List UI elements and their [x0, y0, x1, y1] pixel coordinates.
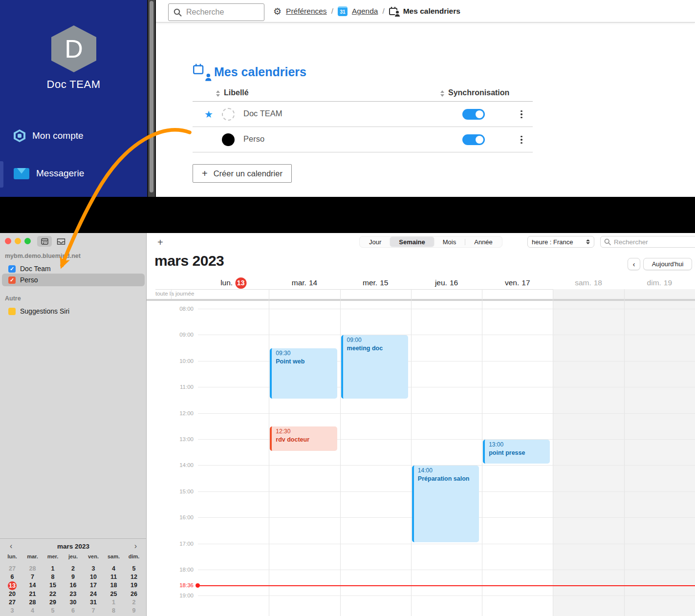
mini-date-cell[interactable]: 30: [67, 598, 79, 606]
timezone-select[interactable]: heure : France: [527, 236, 594, 248]
column-synchronisation[interactable]: Synchronisation: [448, 88, 509, 97]
zoom-button[interactable]: [24, 238, 31, 244]
sync-toggle[interactable]: [462, 109, 485, 120]
mini-date-cell[interactable]: 3: [87, 565, 99, 573]
previous-week-button[interactable]: ‹: [628, 258, 640, 270]
search-placeholder: Rechercher: [614, 238, 648, 246]
calendar-checkbox[interactable]: ✓: [8, 265, 16, 273]
calendar-search-input[interactable]: Rechercher: [600, 236, 695, 248]
mini-date-cell[interactable]: 13: [8, 581, 17, 590]
segment-mois[interactable]: Mois: [434, 237, 465, 247]
breadcrumb-preferences-link[interactable]: Préférences: [286, 7, 327, 16]
mini-date-cell[interactable]: 4: [108, 565, 120, 573]
event-rdv-docteur[interactable]: 12:30rdv docteur: [270, 426, 337, 450]
mini-date-cell[interactable]: 9: [128, 607, 140, 615]
create-calendar-button[interactable]: + Créer un calendrier: [193, 164, 292, 183]
sidebar-item-mon-compte[interactable]: Mon compte: [0, 125, 147, 147]
mini-date-cell[interactable]: 20: [6, 590, 18, 598]
team-logo-letter: D: [65, 36, 83, 62]
mini-date-cell[interactable]: 5: [128, 565, 140, 573]
mini-date-cell[interactable]: 2: [67, 565, 79, 573]
mini-date-cell[interactable]: 18: [108, 581, 120, 590]
mini-date-cell[interactable]: 10: [87, 573, 99, 581]
mini-date-cell[interactable]: 12: [128, 573, 140, 581]
mini-date-cell[interactable]: 15: [47, 581, 59, 590]
calendar-view-button[interactable]: [37, 236, 52, 247]
event-meeting-doc[interactable]: 09:00meeting doc: [341, 335, 408, 399]
hour-gridline: [198, 335, 695, 335]
inbox-tray-icon[interactable]: [54, 236, 68, 247]
mini-date-cell[interactable]: 8: [47, 573, 59, 581]
column-libelle[interactable]: Libellé: [224, 88, 249, 97]
mini-date-cell[interactable]: 16: [67, 581, 79, 590]
breadcrumb-agenda-link[interactable]: Agenda: [352, 7, 378, 16]
mini-date-cell[interactable]: 22: [47, 590, 59, 598]
mini-date-cell[interactable]: 26: [128, 590, 140, 598]
mini-date-cell[interactable]: 3: [6, 607, 18, 615]
mini-date-cell[interactable]: 8: [108, 607, 120, 615]
toggle-knob: [476, 136, 483, 144]
mini-date-cell[interactable]: 25: [108, 590, 120, 598]
star-icon[interactable]: ★: [204, 108, 213, 120]
today-button[interactable]: Aujourd'hui: [643, 258, 692, 270]
mini-date-cell[interactable]: 17: [87, 581, 99, 590]
calendar-checkbox[interactable]: [8, 308, 16, 315]
day-number: 19: [664, 278, 672, 287]
sidebar-calendar-perso[interactable]: ✓Perso: [2, 274, 145, 286]
mini-date-cell[interactable]: 14: [27, 581, 39, 590]
mini-date-cell[interactable]: 1: [47, 565, 59, 573]
kebab-menu-icon[interactable]: [517, 133, 526, 147]
mini-date-cell[interactable]: 6: [67, 607, 79, 615]
mini-date-cell[interactable]: 23: [67, 590, 79, 598]
mini-date-cell[interactable]: 4: [27, 607, 39, 615]
mini-date-cell[interactable]: 28: [27, 598, 39, 606]
minimize-button[interactable]: [15, 238, 21, 244]
kebab-menu-icon[interactable]: [517, 107, 526, 121]
search-input[interactable]: Recherche: [168, 3, 264, 21]
divider: [147, 299, 695, 301]
event-point-web[interactable]: 09:30Point web: [270, 348, 337, 399]
segment-jour[interactable]: Jour: [360, 237, 390, 247]
add-event-button[interactable]: +: [157, 237, 163, 248]
event-point-presse[interactable]: 13:00point presse: [483, 440, 550, 464]
calendar-checkbox[interactable]: ✓: [8, 276, 16, 284]
close-button[interactable]: [5, 238, 11, 244]
mini-date-cell[interactable]: 5: [47, 607, 59, 615]
mini-date-cell[interactable]: 31: [87, 598, 99, 606]
mini-day-names: lun.mar.mer.jeu.ven.sam.dim.: [0, 553, 147, 561]
mini-date-cell[interactable]: 6: [6, 573, 18, 581]
mini-date-cell[interactable]: 7: [87, 607, 99, 615]
mini-date-cell[interactable]: 7: [27, 573, 39, 581]
sidebar-calendar-suggestions-siri[interactable]: Suggestions Siri: [2, 305, 145, 318]
breadcrumb-current: Mes calendriers: [403, 7, 460, 16]
table-row[interactable]: Perso: [193, 127, 533, 152]
mini-date-cell[interactable]: 21: [27, 590, 39, 598]
sort-icon[interactable]: [216, 90, 220, 97]
event-time: 14:00: [418, 467, 476, 475]
day-header-lun: lun.13: [220, 276, 246, 289]
mini-date-cell[interactable]: 11: [108, 573, 120, 581]
table-row[interactable]: ★Doc TEAM: [193, 102, 533, 127]
current-time-line: [198, 585, 695, 586]
day-number: 14: [309, 278, 317, 287]
event-préparation-salon[interactable]: 14:00Préparation salon: [412, 466, 479, 542]
mini-date-cell[interactable]: 24: [87, 590, 99, 598]
plus-icon: +: [202, 168, 208, 179]
mini-date-cell[interactable]: 27: [6, 565, 18, 573]
mini-date-cell[interactable]: 29: [47, 598, 59, 606]
segment-semaine[interactable]: Semaine: [390, 237, 434, 247]
scrollbar-thumb[interactable]: [150, 1, 153, 192]
mini-next-button[interactable]: ›: [131, 542, 140, 551]
mini-date-cell[interactable]: 2: [128, 598, 140, 606]
mini-day-name: mer.: [43, 553, 63, 559]
mini-date-cell[interactable]: 9: [67, 573, 79, 581]
sidebar-item-messagerie[interactable]: Messagerie: [0, 163, 147, 184]
segment-année[interactable]: Année: [465, 237, 501, 247]
mini-date-cell[interactable]: 1: [108, 598, 120, 606]
mini-date-cell[interactable]: 19: [128, 581, 140, 590]
search-icon: [604, 238, 611, 245]
mini-date-cell[interactable]: 28: [27, 565, 39, 573]
sync-toggle[interactable]: [462, 134, 485, 145]
mini-date-cell[interactable]: 27: [6, 598, 18, 606]
sort-icon[interactable]: [440, 90, 445, 97]
